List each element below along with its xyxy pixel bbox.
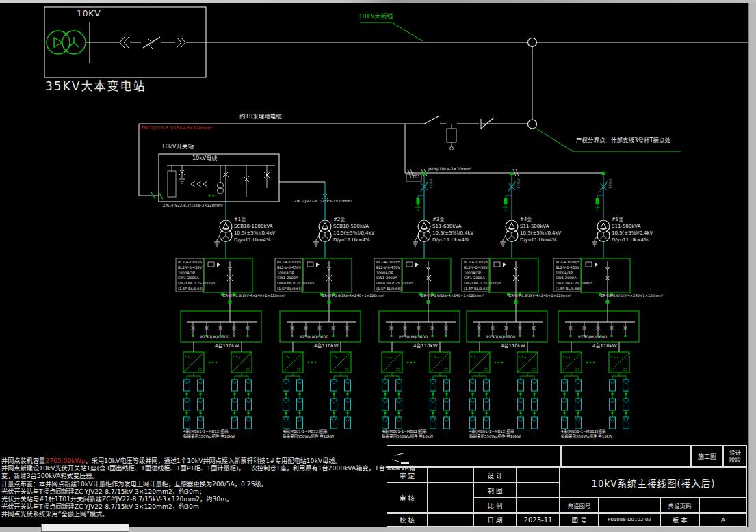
tap-node: [528, 38, 537, 47]
feeder-top-4: [503, 172, 516, 215]
stage-cell: 设计 阶段: [723, 445, 747, 467]
lv-cable-spec: ZR-YJV-0.6/1kV-4×240+1×120mm²: [223, 293, 285, 297]
overhead-cable-spec: JKLYJ-10kV-3×70mm²: [428, 166, 471, 171]
breaker-spec: BL2-A-1000/5 BL2-V-0-450V 1000A/3P CW1-2…: [464, 260, 501, 292]
inverter-count-label: 4台110kW: [314, 343, 339, 349]
breaker-spec: BL2-A-1000/5 BL2-V-0-450V 1000A/3P CW1-2…: [178, 260, 215, 292]
std-page-no-label: 典设页码: [660, 498, 699, 513]
transformer-spec-2: #2变 SCB10-500kVA 10.5(±5%)/0.4kV D/yn11 …: [333, 216, 374, 243]
lv-cable-spec: ZR-YJV-0.6/1kV-4×240+1×120mm²: [421, 293, 484, 297]
lv-cable-spec: ZR-YJV-0.6/1kV-4×240+1×120mm²: [322, 293, 384, 297]
stage-tag-cell: 施工图: [691, 445, 723, 467]
logo-cell: [387, 445, 561, 467]
t-connection-node: [528, 120, 537, 129]
lv-panel-label: PZ30(M)L-600: [578, 334, 607, 339]
reviewed-value: [428, 483, 473, 513]
date-value: 2023-11: [517, 513, 560, 527]
reviewed-label: 审 核: [387, 483, 428, 513]
feeder-branch-3: [374, 215, 460, 429]
note-line-7: 光伏开关站与T接点间新建ZC-YJV22-8.7/15kV-3×120mm2，约…: [1, 503, 415, 510]
transformer-spec-4: #4变 S11-500kVA 10.5(±5%)/0.4kV D/yn11 Uk…: [520, 216, 561, 243]
pv-string-note: 4串(MB01-1~MB12)组串 每串采用550Wp组件 共10kW: [183, 429, 235, 439]
feeder-branch-2: [275, 215, 361, 429]
feeder-branch-5: [553, 215, 639, 429]
transformer-spec-5: #5变 S11-500kVA 10.5(±5%)/0.4kV D/yn11 Uk…: [612, 216, 653, 243]
incoming-line-leader: [360, 23, 423, 41]
switch-1t01-label: 1T01: [409, 175, 420, 181]
pv-string-note: 4串(MB01-1~MB12)组串 每串采用550Wp组件 共10kW: [382, 429, 433, 439]
note-line-5: 光伏开关站与T接点间新建ZC-YJV22-8.7/15kV-3×120mm2，约…: [1, 488, 415, 495]
drawn-value: [517, 483, 560, 498]
designed-value: [517, 467, 560, 483]
note-line-2: 并网点新建设10kV光伏开关站1座(含3面出线柜、1面进线柜、1面PT柜、1面计…: [1, 464, 415, 472]
inverter-count-label: 4台110kW: [215, 343, 239, 349]
version-value: A: [699, 513, 747, 527]
approved-value: [428, 467, 473, 483]
note-line-6: 光伏开关站与#1杆1T01开关间新建ZC-YJV22-8.7/15kV-3×12…: [1, 495, 415, 503]
note-line-1: 并网点装机容量2765.09kWp，采用10kV电压等级并网，通过1个10kV并…: [1, 457, 415, 464]
switch-station-name: 10kV开关站: [161, 143, 194, 150]
note-line-3: 变，新建3台500kVA箱式变压器。: [1, 472, 415, 479]
note-line-4: 计量点布置：本并网点新建10kV计量柜作为发电上网计量柜，互感器更换为200/5…: [1, 480, 415, 488]
breaker-spec: BL2-A-1000/5 BL2-V-0-450V 1000A/3P CW1-2…: [376, 260, 413, 292]
std-drawing-no-value: [599, 498, 660, 513]
source-bus-label: 10KV: [77, 9, 101, 18]
inverter-count-label: 4台110kW: [413, 343, 438, 349]
source-substation-symbol: [44, 7, 206, 77]
pv-string-note: 4串(MB01-1~MB12)组串 每串采用550Wp组件 共10kW: [561, 429, 612, 439]
lv-panel-label: PZ30(M)L-600: [486, 334, 515, 339]
logo-mark: [393, 448, 404, 455]
lv-panel-label: PZ30(M)L-600: [200, 334, 229, 339]
scale-label: 比 例: [473, 498, 517, 513]
checked-value: [428, 513, 473, 527]
source-substation-name: 35KV大本变电站: [45, 79, 146, 93]
cable-spec-red: ZRC-YJV22-8.7/15kV-3×120mm²: [141, 126, 212, 131]
incoming-line-label: 10KV大新线: [359, 13, 393, 21]
breaker-spec: BL2-A-1000/5 BL2-V-0-450V 1000A/3P CW1-2…: [556, 260, 592, 292]
note-line-8: 并网点光伏系统采用“全额上网”模式。: [1, 510, 415, 518]
date-label: 日 期: [473, 513, 517, 527]
feeder-top-5: [595, 172, 608, 215]
lv-panel-label: PZ30(M)L-600: [300, 334, 328, 339]
designed-label: 设 计: [473, 467, 517, 483]
capacity-value: 2765.09kWp: [45, 457, 85, 464]
station-bus-label: 10kV母线: [192, 155, 217, 161]
buried-cable-label: 约10米埋地电缆: [239, 113, 282, 120]
std-drawing-no-label: 典设图号: [560, 498, 599, 513]
boundary-note: 产权分界点：什邡支线3号杆T接点处: [576, 137, 670, 144]
drawing-no-label: 图 号: [560, 513, 599, 527]
pv-string-note: 4串(MB01-1~MB12)组串 每串采用550Wp组件 共10kW: [469, 429, 521, 439]
inverter-count-label: 4台110kW: [501, 343, 525, 349]
station-out-cable-1: ZRC-YJV22-8.7/15kV-3×120mm²: [163, 203, 223, 207]
transformer-icon: [47, 31, 86, 54]
title-block-empty: [561, 445, 691, 467]
scale-value: [517, 498, 560, 513]
design-notes: 并网点装机容量2765.09kWp，采用10kV电压等级并网，通过1个10kV并…: [1, 457, 415, 518]
cad-drawing-screenshot: { "colors": {"background":"#000000","lin…: [0, 0, 756, 532]
feeder-branch-1: [176, 215, 261, 429]
lv-cable-spec: ZR-YJV-0.6/1kV-4×240+1×120mm²: [601, 293, 663, 297]
transformer-spec-3: #3变 S11-630kVA 10.5(±5%)/0.4kV D/yn11 Uk…: [432, 216, 473, 243]
fuse-label: FR21: [429, 179, 433, 189]
logo-mark: [401, 462, 409, 464]
version-label: 版 本: [660, 513, 699, 527]
drawing-title: 10kV系统主接线图(接入后): [560, 467, 747, 498]
station-out-cable-2: ZRC-YJV22-8.7/15kV-3×70mm²: [294, 199, 352, 203]
inverter-count-label: 4台110kW: [592, 343, 617, 349]
fuse-label: FR21: [517, 179, 521, 189]
switch-station-symbol: [159, 154, 279, 202]
logo-mark: [392, 455, 400, 462]
drawing-no-value: P01088-D0102-02: [599, 513, 660, 527]
lv-cable-spec: ZR-YJV-0.6/1kV-4×240+1×120mm²: [509, 293, 571, 297]
title-block: 施工图 设计 阶段 审 定 审 核 校 核 设 计 制 图 比 例 日 期 20…: [387, 445, 747, 527]
feeder-branch-4: [462, 215, 547, 429]
lv-panel-label: PZ30(M)L-600: [399, 334, 428, 339]
std-page-no-value: [699, 498, 747, 513]
drawn-label: 制 图: [473, 483, 517, 498]
pv-string-note: 4串(MB01-1~MB12)组串 每串采用550Wp组件 共10kW: [283, 429, 334, 439]
fuse-label: FR21: [608, 179, 612, 189]
checked-label: 校 核: [387, 513, 428, 527]
transformer-spec-1: #1变 SCB10-1000kVA 10.5(±5%)/0.4kV D/yn11…: [234, 216, 275, 243]
breaker-spec: BL2-A-1000/5 BL2-V-0-450V 1000A/3P CW1-2…: [277, 260, 314, 292]
approved-label: 审 定: [387, 467, 428, 483]
